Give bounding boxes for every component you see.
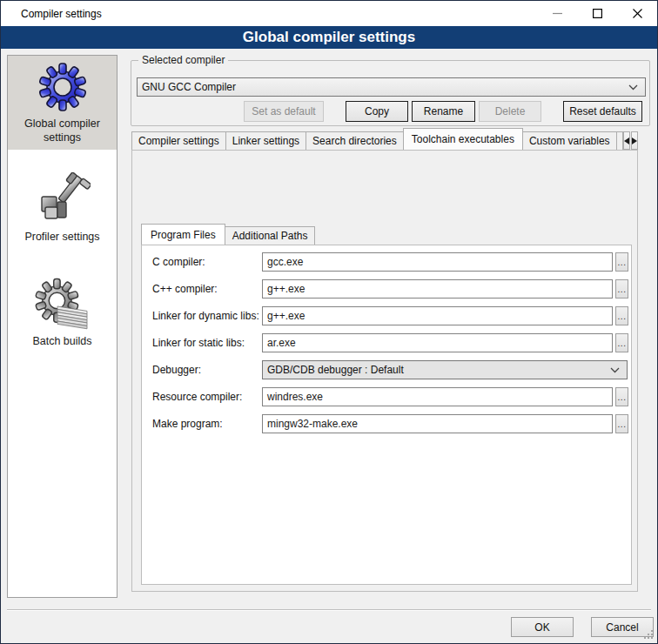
resize-grip[interactable] bbox=[651, 637, 653, 639]
form-row: Debugger: GDB/CDB debugger : Default bbox=[142, 360, 631, 379]
form-row: Make program: mingw32-make.exe ... bbox=[142, 414, 631, 433]
settings-category-list: Global compiler settings Profiler settin… bbox=[7, 55, 118, 598]
tab-scroll-left-button[interactable] bbox=[623, 131, 630, 150]
make-program-browse-button[interactable]: ... bbox=[615, 414, 628, 433]
cpp-compiler-browse-button[interactable]: ... bbox=[615, 279, 628, 299]
form-row: Linker for static libs: ar.exe ... bbox=[142, 333, 631, 352]
minimize-icon bbox=[553, 9, 562, 18]
static-linker-browse-button[interactable]: ... bbox=[615, 333, 628, 352]
sidebar-item-global-compiler-settings[interactable]: Global compiler settings bbox=[8, 56, 117, 150]
tab-search-directories[interactable]: Search directories bbox=[306, 131, 404, 150]
ok-button[interactable]: OK bbox=[511, 617, 574, 637]
chevron-down-icon bbox=[610, 367, 620, 373]
static-linker-input[interactable]: ar.exe bbox=[262, 333, 613, 352]
arrow-right-icon bbox=[632, 138, 637, 144]
tab-custom-variables[interactable]: Custom variables bbox=[522, 131, 617, 150]
selected-compiler-group: Selected compiler GNU GCC Compiler Set a… bbox=[131, 60, 650, 126]
tab-additional-paths[interactable]: Additional Paths bbox=[225, 226, 316, 245]
banner-title: Global compiler settings bbox=[243, 29, 415, 46]
gray-gear-stack-icon bbox=[35, 277, 91, 332]
debugger-select-value: GDB/CDB debugger : Default bbox=[267, 364, 404, 376]
sidebar-item-label: Batch builds bbox=[32, 334, 91, 348]
selected-compiler-group-label: Selected compiler bbox=[138, 54, 228, 66]
cpp-compiler-label: C++ compiler: bbox=[152, 279, 218, 299]
make-program-label: Make program: bbox=[152, 414, 223, 433]
cpp-compiler-input[interactable]: g++.exe bbox=[262, 279, 613, 299]
tab-program-files[interactable]: Program Files bbox=[141, 224, 225, 245]
compiler-select[interactable]: GNU GCC Compiler bbox=[137, 77, 646, 97]
resource-compiler-input[interactable]: windres.exe bbox=[262, 387, 613, 406]
form-row: C++ compiler: g++.exe ... bbox=[142, 279, 631, 299]
dynamic-linker-browse-button[interactable]: ... bbox=[615, 306, 628, 325]
form-row: Linker for dynamic libs: g++.exe ... bbox=[142, 306, 631, 325]
close-button[interactable] bbox=[617, 1, 657, 26]
tab-linker-settings[interactable]: Linker settings bbox=[225, 131, 306, 150]
program-files-panel: C compiler: gcc.exe ... C++ compiler: g+… bbox=[141, 245, 632, 585]
arrow-left-icon bbox=[624, 138, 629, 144]
resource-compiler-label: Resource compiler: bbox=[152, 387, 242, 406]
c-compiler-browse-button[interactable]: ... bbox=[615, 252, 628, 272]
maximize-button[interactable] bbox=[577, 1, 617, 26]
dialog-banner: Global compiler settings bbox=[1, 26, 657, 49]
set-as-default-button[interactable]: Set as default bbox=[244, 101, 324, 122]
settings-tab-bar: Compiler settings Linker settings Search… bbox=[131, 128, 638, 150]
tab-toolchain-executables[interactable]: Toolchain executables bbox=[403, 128, 523, 150]
footer-divider bbox=[7, 609, 651, 611]
minimize-button[interactable] bbox=[537, 1, 577, 26]
window-controls bbox=[537, 1, 657, 26]
rename-button[interactable]: Rename bbox=[412, 101, 475, 122]
caliper-icon bbox=[35, 172, 91, 228]
reset-defaults-button[interactable]: Reset defaults bbox=[563, 101, 642, 122]
program-files-tab-bar: Program Files Additional Paths bbox=[141, 224, 632, 245]
cancel-button[interactable]: Cancel bbox=[591, 617, 654, 637]
sidebar-item-batch-builds[interactable]: Batch builds bbox=[8, 273, 117, 353]
form-row: Resource compiler: windres.exe ... bbox=[142, 387, 631, 406]
maximize-icon bbox=[593, 9, 602, 18]
window-title: Compiler settings bbox=[1, 8, 102, 20]
sidebar-item-label: Global compiler settings bbox=[10, 117, 115, 144]
close-icon bbox=[633, 9, 642, 18]
compiler-settings-dialog: Compiler settings Global compiler settin… bbox=[0, 0, 658, 644]
tab-build-options[interactable]: Build bbox=[616, 131, 623, 150]
c-compiler-input[interactable]: gcc.exe bbox=[262, 252, 613, 272]
c-compiler-label: C compiler: bbox=[152, 252, 205, 272]
compiler-select-value: GNU GCC Compiler bbox=[142, 81, 236, 93]
form-row: C compiler: gcc.exe ... bbox=[142, 252, 631, 272]
delete-button[interactable]: Delete bbox=[479, 101, 541, 122]
blue-gear-icon bbox=[35, 59, 91, 115]
static-linker-label: Linker for static libs: bbox=[152, 333, 245, 352]
resource-compiler-browse-button[interactable]: ... bbox=[615, 387, 628, 406]
tab-scroll-right-button[interactable] bbox=[631, 131, 638, 150]
sidebar-item-profiler-settings[interactable]: Profiler settings bbox=[8, 169, 117, 249]
copy-button[interactable]: Copy bbox=[346, 101, 408, 122]
tab-compiler-settings[interactable]: Compiler settings bbox=[131, 131, 226, 150]
debugger-select[interactable]: GDB/CDB debugger : Default bbox=[262, 360, 628, 379]
dynamic-linker-label: Linker for dynamic libs: bbox=[152, 306, 259, 325]
sidebar-item-label: Profiler settings bbox=[24, 230, 99, 244]
title-bar: Compiler settings bbox=[1, 1, 657, 26]
debugger-label: Debugger: bbox=[152, 360, 201, 379]
chevron-down-icon bbox=[628, 84, 638, 91]
make-program-input[interactable]: mingw32-make.exe bbox=[262, 414, 613, 433]
dynamic-linker-input[interactable]: g++.exe bbox=[262, 306, 613, 325]
